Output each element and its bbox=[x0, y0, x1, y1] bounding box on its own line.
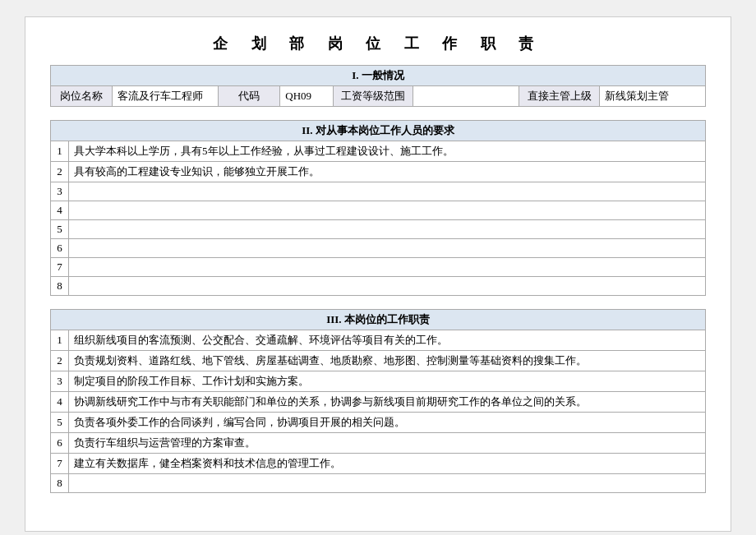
s3-row-content-3: 制定项目的阶段工作目标、工作计划和实施方案。 bbox=[69, 371, 706, 392]
section2-row-4: 4 bbox=[51, 201, 706, 220]
label-supervisor: 直接主管上级 bbox=[519, 86, 600, 107]
section3-header: III. 本岗位的工作职责 bbox=[51, 310, 706, 330]
section2-row-1: 1 具大学本科以上学历，具有5年以上工作经验，从事过工程建设设计、施工工作。 bbox=[51, 141, 706, 162]
row-content-5 bbox=[69, 220, 706, 239]
s3-row-content-7: 建立有关数据库，健全档案资料和技术信息的管理工作。 bbox=[69, 454, 706, 474]
s3-row-num-8: 8 bbox=[51, 474, 69, 493]
section2-row-2: 2 具有较高的工程建设专业知识，能够独立开展工作。 bbox=[51, 162, 706, 182]
section3-row-8: 8 bbox=[51, 474, 706, 493]
s3-row-content-4: 协调新线研究工作中与市有关职能部门和单位的关系，协调参与新线项目前期研究工作的各… bbox=[69, 392, 706, 413]
section3-header-row: III. 本岗位的工作职责 bbox=[51, 310, 706, 330]
section2-row-8: 8 bbox=[51, 277, 706, 296]
row-num-2: 2 bbox=[51, 162, 69, 182]
row-num-1: 1 bbox=[51, 141, 69, 162]
s3-row-num-3: 3 bbox=[51, 371, 69, 392]
page: 企 划 部 岗 位 工 作 职 责 I. 一般情况 岗位名称 客流及行车工程师 … bbox=[25, 16, 731, 532]
row-num-5: 5 bbox=[51, 220, 69, 239]
row-num-3: 3 bbox=[51, 182, 69, 201]
row-content-1: 具大学本科以上学历，具有5年以上工作经验，从事过工程建设设计、施工工作。 bbox=[69, 141, 706, 162]
s3-row-num-2: 2 bbox=[51, 351, 69, 371]
section3-row-7: 7 建立有关数据库，健全档案资料和技术信息的管理工作。 bbox=[51, 454, 706, 474]
row-num-4: 4 bbox=[51, 201, 69, 220]
row-num-7: 7 bbox=[51, 258, 69, 277]
row-content-8 bbox=[69, 277, 706, 296]
row-num-6: 6 bbox=[51, 239, 69, 258]
value-position-name: 客流及行车工程师 bbox=[113, 86, 219, 107]
section2-row-7: 7 bbox=[51, 258, 706, 277]
section1-header-row: I. 一般情况 bbox=[51, 66, 706, 86]
row-content-6 bbox=[69, 239, 706, 258]
section2-row-3: 3 bbox=[51, 182, 706, 201]
section2-table: II. 对从事本岗位工作人员的要求 1 具大学本科以上学历，具有5年以上工作经验… bbox=[50, 120, 706, 296]
section1-table: I. 一般情况 岗位名称 客流及行车工程师 代码 QH09 工资等级范围 直接主… bbox=[50, 65, 706, 107]
s3-row-num-6: 6 bbox=[51, 433, 69, 454]
section3-row-3: 3 制定项目的阶段工作目标、工作计划和实施方案。 bbox=[51, 371, 706, 392]
label-position-name: 岗位名称 bbox=[51, 86, 113, 107]
row-content-7 bbox=[69, 258, 706, 277]
s3-row-num-4: 4 bbox=[51, 392, 69, 413]
s3-row-content-6: 负责行车组织与运营管理的方案审查。 bbox=[69, 433, 706, 454]
s3-row-content-8 bbox=[69, 474, 706, 493]
row-num-8: 8 bbox=[51, 277, 69, 296]
s3-row-content-2: 负责规划资料、道路红线、地下管线、房屋基础调查、地质勘察、地形图、控制测量等基础… bbox=[69, 351, 706, 371]
s3-row-num-5: 5 bbox=[51, 413, 69, 433]
section3-row-4: 4 协调新线研究工作中与市有关职能部门和单位的关系，协调参与新线项目前期研究工作… bbox=[51, 392, 706, 413]
value-code: QH09 bbox=[280, 86, 333, 107]
value-supervisor: 新线策划主管 bbox=[600, 86, 706, 107]
section3-row-2: 2 负责规划资料、道路红线、地下管线、房屋基础调查、地质勘察、地形图、控制测量等… bbox=[51, 351, 706, 371]
section3-row-1: 1 组织新线项目的客流预测、公交配合、交通疏解、环境评估等项目有关的工作。 bbox=[51, 330, 706, 351]
section3-row-5: 5 负责各项外委工作的合同谈判，编写合同，协调项目开展的相关问题。 bbox=[51, 413, 706, 433]
s3-row-content-5: 负责各项外委工作的合同谈判，编写合同，协调项目开展的相关问题。 bbox=[69, 413, 706, 433]
row-content-2: 具有较高的工程建设专业知识，能够独立开展工作。 bbox=[69, 162, 706, 182]
section3-table: III. 本岗位的工作职责 1 组织新线项目的客流预测、公交配合、交通疏解、环境… bbox=[50, 309, 706, 493]
value-salary bbox=[413, 86, 519, 107]
page-title: 企 划 部 岗 位 工 作 职 责 bbox=[50, 34, 706, 53]
s3-row-num-1: 1 bbox=[51, 330, 69, 351]
section2-row-5: 5 bbox=[51, 220, 706, 239]
section1-info-row: 岗位名称 客流及行车工程师 代码 QH09 工资等级范围 直接主管上级 新线策划… bbox=[51, 86, 706, 107]
section2-header: II. 对从事本岗位工作人员的要求 bbox=[51, 121, 706, 141]
s3-row-content-1: 组织新线项目的客流预测、公交配合、交通疏解、环境评估等项目有关的工作。 bbox=[69, 330, 706, 351]
label-salary: 工资等级范围 bbox=[333, 86, 413, 107]
section2-header-row: II. 对从事本岗位工作人员的要求 bbox=[51, 121, 706, 141]
row-content-3 bbox=[69, 182, 706, 201]
row-content-4 bbox=[69, 201, 706, 220]
s3-row-num-7: 7 bbox=[51, 454, 69, 474]
section3-row-6: 6 负责行车组织与运营管理的方案审查。 bbox=[51, 433, 706, 454]
label-code: 代码 bbox=[219, 86, 280, 107]
section1-header: I. 一般情况 bbox=[51, 66, 706, 86]
section2-row-6: 6 bbox=[51, 239, 706, 258]
